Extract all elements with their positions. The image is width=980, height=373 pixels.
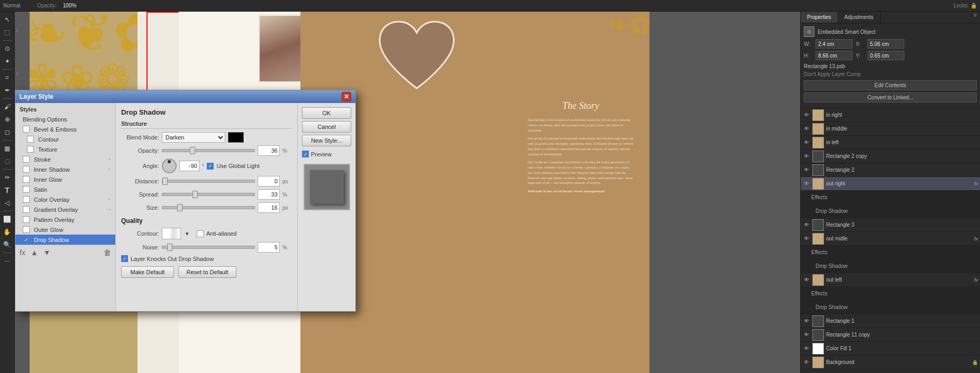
color-overlay-add-icon[interactable]: + bbox=[108, 197, 111, 202]
preview-checkbox[interactable]: ✓ bbox=[302, 151, 309, 157]
effects-row-out-left[interactable]: Effects bbox=[801, 287, 980, 301]
style-drop-shadow[interactable]: ✓ Drop Shadow bbox=[15, 235, 115, 245]
crop-tool[interactable]: ⌗ bbox=[2, 72, 13, 83]
zoom-tool[interactable]: 🔍 bbox=[2, 239, 13, 250]
layer-out-right[interactable]: 👁 out right fx bbox=[801, 177, 980, 191]
noise-slider-thumb[interactable] bbox=[167, 244, 172, 251]
noise-slider-wrap[interactable] bbox=[162, 243, 255, 252]
w-value[interactable]: 2.4 cm bbox=[816, 39, 853, 49]
inner-shadow-add-icon[interactable]: + bbox=[108, 166, 111, 172]
hand-tool[interactable]: ✋ bbox=[2, 226, 13, 238]
new-style-button[interactable]: New Style... bbox=[302, 135, 351, 146]
h-value[interactable]: 8.66 cm bbox=[816, 51, 853, 60]
brush-tool[interactable]: 🖌 bbox=[2, 101, 13, 113]
pen-tool[interactable]: ✏ bbox=[2, 172, 13, 183]
bevel-checkbox[interactable] bbox=[23, 126, 30, 133]
style-inner-glow[interactable]: Inner Glow bbox=[15, 174, 115, 184]
style-stroke[interactable]: Stroke + bbox=[15, 154, 115, 164]
blur-tool[interactable]: ◌ bbox=[2, 155, 13, 167]
distance-input[interactable] bbox=[258, 176, 280, 186]
layer-out-left[interactable]: 👁 out left fx bbox=[801, 273, 980, 287]
visibility-icon-in-middle[interactable]: 👁 bbox=[803, 125, 810, 133]
layer-drop-shadow-out-right[interactable]: Drop Shadow bbox=[801, 204, 980, 218]
lasso-tool[interactable]: ⊙ bbox=[2, 43, 13, 54]
move-tool[interactable]: ↖ bbox=[2, 14, 13, 25]
layer-in-middle[interactable]: 👁 in middle bbox=[801, 122, 980, 136]
layer-rect-11-copy[interactable]: 👁 Rectangle 11 copy bbox=[801, 328, 980, 342]
drop-shadow-row-out-left[interactable]: Drop Shadow bbox=[801, 301, 980, 314]
opacity-slider-wrap[interactable] bbox=[162, 146, 255, 155]
spread-slider-track[interactable] bbox=[162, 193, 255, 196]
layer-in-left[interactable]: 👁 in left bbox=[801, 136, 980, 150]
contour-checkbox[interactable] bbox=[27, 136, 34, 143]
texture-checkbox[interactable] bbox=[27, 146, 34, 153]
blend-mode-color[interactable] bbox=[228, 132, 244, 143]
gradient-overlay-checkbox[interactable] bbox=[23, 206, 30, 213]
move-up-icon[interactable]: ▲ bbox=[31, 248, 38, 257]
reset-default-button[interactable]: Reset to Default bbox=[178, 266, 236, 278]
style-color-overlay[interactable]: Color Overlay + bbox=[15, 194, 115, 204]
visibility-icon-rect11copy[interactable]: 👁 bbox=[803, 331, 810, 339]
color-overlay-checkbox[interactable] bbox=[23, 196, 30, 203]
style-satin[interactable]: Satin bbox=[15, 184, 115, 194]
style-gradient-overlay[interactable]: Gradient Overlay + bbox=[15, 204, 115, 215]
noise-input[interactable] bbox=[258, 242, 280, 253]
visibility-icon-rect2[interactable]: 👁 bbox=[803, 166, 810, 174]
size-input[interactable] bbox=[258, 202, 280, 213]
blend-mode-select[interactable]: Darken bbox=[162, 132, 225, 143]
move-down-icon[interactable]: ▼ bbox=[43, 248, 51, 257]
size-slider-thumb[interactable] bbox=[177, 204, 182, 211]
layer-color-fill-1[interactable]: 👁 Color Fill 1 bbox=[801, 342, 980, 356]
visibility-icon-outleft[interactable]: 👁 bbox=[803, 276, 810, 284]
layer-knocks-checkbox[interactable]: ✓ bbox=[121, 255, 128, 262]
drop-shadow-checkbox[interactable]: ✓ bbox=[23, 236, 30, 243]
opacity-value[interactable]: 100% bbox=[63, 3, 77, 8]
cancel-button[interactable]: Cancel bbox=[302, 121, 351, 133]
style-inner-shadow[interactable]: Inner Shadow + bbox=[15, 164, 115, 174]
anti-aliased-checkbox[interactable] bbox=[197, 230, 204, 237]
eraser-tool[interactable]: ◻ bbox=[2, 126, 13, 138]
style-contour[interactable]: Contour bbox=[15, 134, 115, 144]
more-tools[interactable]: ··· bbox=[2, 255, 13, 267]
layer-out-middle[interactable]: 👁 out midle fx bbox=[801, 232, 980, 246]
shape-tool[interactable]: ⬜ bbox=[2, 213, 13, 225]
size-slider-wrap[interactable] bbox=[162, 203, 255, 212]
style-bevel-emboss[interactable]: Bevel & Emboss bbox=[15, 124, 115, 134]
noise-slider-track[interactable] bbox=[162, 246, 255, 249]
edit-contents-button[interactable]: Edit Contents bbox=[804, 80, 977, 90]
delete-icon[interactable]: 🗑 bbox=[104, 248, 111, 257]
global-light-checkbox[interactable]: ✓ bbox=[207, 163, 214, 170]
layer-background[interactable]: 👁 Background 🔒 bbox=[801, 356, 980, 369]
layer-rect-1[interactable]: 👁 Rectangle 1 bbox=[801, 314, 980, 328]
dialog-close-button[interactable]: ✕ bbox=[342, 92, 351, 101]
tab-adjustments[interactable]: Adjustments bbox=[838, 12, 881, 23]
visibility-icon-rect1[interactable]: 👁 bbox=[803, 318, 810, 325]
layer-rect-2[interactable]: 👁 Rectangle 2 bbox=[801, 163, 980, 177]
gradient-overlay-add-icon[interactable]: + bbox=[108, 207, 111, 212]
style-outer-glow[interactable]: Outer Glow bbox=[15, 225, 115, 235]
stroke-checkbox[interactable] bbox=[23, 156, 30, 163]
style-blending-options[interactable]: Blending Options bbox=[15, 115, 115, 124]
stroke-add-icon[interactable]: + bbox=[108, 156, 111, 162]
layer-in-right[interactable]: 👁 in right bbox=[801, 108, 980, 122]
distance-slider-wrap[interactable] bbox=[162, 176, 255, 186]
angle-circle[interactable] bbox=[162, 158, 177, 173]
make-default-button[interactable]: Make Default bbox=[121, 266, 174, 278]
ok-button[interactable]: OK bbox=[302, 107, 351, 119]
clone-tool[interactable]: ⊕ bbox=[2, 114, 13, 125]
contour-preview[interactable] bbox=[162, 228, 181, 239]
style-texture[interactable]: Texture bbox=[15, 144, 115, 154]
layer-rect-3[interactable]: 👁 Rectangle 3 bbox=[801, 218, 980, 232]
dropdown-arrow-icon[interactable]: ▾ bbox=[186, 230, 189, 237]
distance-slider-track[interactable] bbox=[162, 180, 255, 183]
path-tool[interactable]: ◁ bbox=[2, 197, 13, 209]
eyedropper-tool[interactable]: ✒ bbox=[2, 85, 13, 96]
visibility-icon-outright[interactable]: 👁 bbox=[803, 180, 810, 188]
style-pattern-overlay[interactable]: Pattern Overlay bbox=[15, 215, 115, 225]
panel-menu-icon[interactable]: ≡ bbox=[970, 12, 980, 23]
layer-rect-2-copy[interactable]: 👁 Rectangle 2 copy bbox=[801, 150, 980, 163]
spread-input[interactable] bbox=[258, 189, 280, 200]
magic-wand-tool[interactable]: ✦ bbox=[2, 55, 13, 67]
select-tool[interactable]: ⬚ bbox=[2, 26, 13, 38]
satin-checkbox[interactable] bbox=[23, 186, 30, 193]
